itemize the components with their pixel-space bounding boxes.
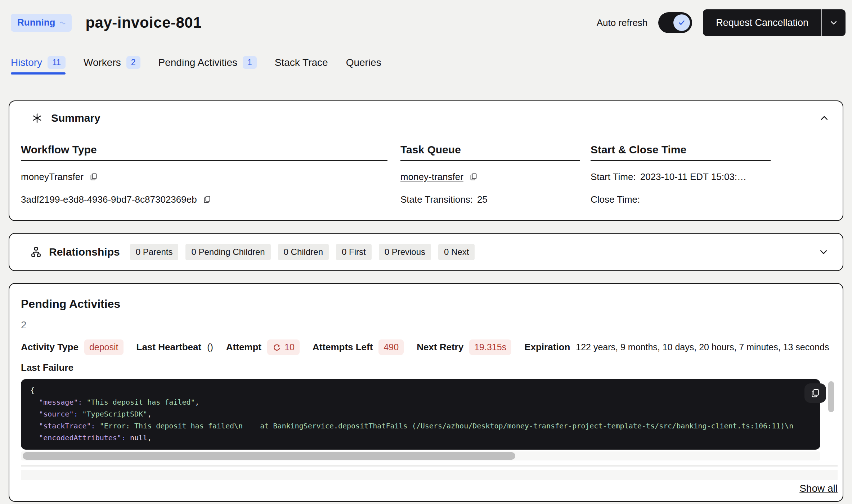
summary-title: Summary bbox=[51, 112, 100, 124]
hierarchy-icon bbox=[30, 246, 42, 258]
request-cancellation-button[interactable]: Request Cancellation bbox=[703, 9, 821, 36]
relationship-chip-0-pending-children: 0 Pending Children bbox=[185, 244, 270, 260]
top-bar: Running pay-invoice-801 Auto refresh Req… bbox=[0, 0, 852, 36]
tab-label: Queries bbox=[346, 57, 381, 68]
show-all-link[interactable]: Show all bbox=[799, 483, 838, 494]
field-value: deposit bbox=[84, 339, 124, 355]
last-failure-label: Last Failure bbox=[21, 362, 838, 373]
run-id-copy-button[interactable] bbox=[203, 195, 211, 204]
relationships-title: Relationships bbox=[49, 246, 120, 258]
task-queue-copy-button[interactable] bbox=[469, 172, 478, 181]
field-attempts-left: Attempts Left490 bbox=[313, 339, 404, 355]
field-label: Next Retry bbox=[417, 342, 463, 353]
failure-code: { "message": "This deposit has failed", … bbox=[21, 379, 820, 450]
page-title: pay-invoice-801 bbox=[85, 14, 202, 31]
field-next-retry: Next Retry19.315s bbox=[417, 339, 511, 355]
tab-bar: History11Workers2Pending Activities1Stac… bbox=[11, 56, 852, 75]
workflow-type-copy-button[interactable] bbox=[89, 172, 98, 181]
start-time-label: Start Time: bbox=[591, 171, 636, 183]
field-value: 122 years, 9 months, 10 days, 20 hours, … bbox=[576, 342, 829, 352]
start-time-value: 2023-10-11 EDT 15:03:… bbox=[640, 171, 746, 183]
relationship-chip-0-parents: 0 Parents bbox=[130, 244, 179, 260]
pending-activities-card: Pending Activities 2 Activity Typedeposi… bbox=[9, 283, 843, 502]
summary-collapse-button[interactable] bbox=[818, 112, 830, 124]
summary-card: Summary Workflow Type moneyTransfer 3adf… bbox=[9, 100, 843, 221]
task-queue-header: Task Queue bbox=[400, 144, 580, 161]
check-icon bbox=[677, 18, 686, 27]
status-badge-label: Running bbox=[17, 17, 55, 28]
field-value: 10 bbox=[267, 339, 300, 355]
tab-pending-activities[interactable]: Pending Activities1 bbox=[158, 56, 257, 75]
retry-icon bbox=[272, 343, 282, 352]
chevron-down-icon bbox=[817, 246, 830, 258]
close-time-label: Close Time: bbox=[591, 194, 640, 205]
pending-fields-row: Activity TypedepositLast Heartbeat()Atte… bbox=[21, 339, 835, 355]
pending-row-stripe bbox=[21, 470, 838, 480]
chevron-down-icon bbox=[828, 17, 839, 28]
tab-count-badge: 1 bbox=[243, 56, 257, 69]
vertical-scrollbar-thumb[interactable] bbox=[828, 381, 834, 412]
status-badge: Running bbox=[11, 14, 72, 32]
relationships-expand-button[interactable] bbox=[817, 246, 830, 258]
summary-columns: Workflow Type moneyTransfer 3adf2199-e3d… bbox=[9, 124, 843, 206]
task-queue-link[interactable]: money-transfer bbox=[400, 171, 463, 183]
pending-activities-count: 2 bbox=[21, 319, 838, 331]
field-label: Expiration bbox=[524, 342, 570, 353]
top-bar-actions: Auto refresh Request Cancellation bbox=[597, 9, 846, 36]
field-label: Attempts Left bbox=[313, 342, 373, 353]
chevron-up-icon bbox=[818, 112, 830, 124]
task-queue-column: Task Queue money-transfer State Transiti… bbox=[400, 144, 580, 206]
tab-queries[interactable]: Queries bbox=[346, 57, 381, 74]
state-transitions-value: 25 bbox=[477, 194, 488, 205]
pending-activities-title: Pending Activities bbox=[21, 297, 838, 311]
failure-copy-button[interactable] bbox=[804, 383, 826, 403]
tab-label: Stack Trace bbox=[275, 57, 328, 68]
state-transitions-label: State Transitions: bbox=[400, 194, 473, 205]
tab-history[interactable]: History11 bbox=[11, 56, 66, 75]
cancellation-menu-button[interactable] bbox=[822, 9, 846, 36]
tab-count-badge: 2 bbox=[126, 56, 140, 69]
horizontal-scrollbar-track bbox=[21, 451, 820, 460]
show-all-row: Show all bbox=[21, 483, 838, 494]
tab-workers[interactable]: Workers2 bbox=[84, 56, 140, 75]
field-activity-type: Activity Typedeposit bbox=[21, 339, 124, 355]
field-last-heartbeat: Last Heartbeat() bbox=[136, 342, 213, 353]
field-value: 19.315s bbox=[469, 339, 511, 355]
time-header: Start & Close Time bbox=[591, 144, 771, 161]
tab-count-badge: 11 bbox=[48, 56, 66, 69]
field-label: Activity Type bbox=[21, 342, 79, 353]
workflow-type-value: moneyTransfer bbox=[21, 171, 84, 183]
pending-row-divider bbox=[21, 465, 838, 467]
run-id-value: 3adf2199-e3d8-4936-9bd7-8c87302369eb bbox=[21, 194, 197, 205]
auto-refresh-toggle[interactable] bbox=[658, 12, 692, 33]
copy-icon bbox=[810, 388, 820, 398]
tab-label: Pending Activities bbox=[158, 57, 237, 68]
cancellation-split-button: Request Cancellation bbox=[703, 9, 846, 36]
field-value: 490 bbox=[378, 339, 404, 355]
relationship-chip-0-first: 0 First bbox=[336, 244, 372, 260]
relationships-card[interactable]: Relationships 0 Parents0 Pending Childre… bbox=[9, 233, 843, 271]
tab-label: History bbox=[11, 57, 42, 68]
relationship-chip-0-next: 0 Next bbox=[438, 244, 475, 260]
field-attempt: Attempt10 bbox=[226, 339, 300, 355]
relationship-badges: 0 Parents0 Pending Children0 Children0 F… bbox=[130, 244, 475, 260]
workflow-type-header: Workflow Type bbox=[21, 144, 387, 161]
tab-stack-trace[interactable]: Stack Trace bbox=[275, 57, 328, 74]
time-column: Start & Close Time Start Time: 2023-10-1… bbox=[591, 144, 771, 206]
tab-label: Workers bbox=[84, 57, 121, 68]
field-label: Last Heartbeat bbox=[136, 342, 202, 353]
last-failure-code-area: { "message": "This deposit has failed", … bbox=[21, 379, 820, 450]
asterisk-icon bbox=[32, 113, 42, 123]
relationship-chip-0-children: 0 Children bbox=[278, 244, 329, 260]
status-pulse-icon bbox=[59, 21, 66, 25]
field-expiration: Expiration122 years, 9 months, 10 days, … bbox=[524, 342, 829, 353]
toggle-knob bbox=[673, 14, 690, 31]
relationship-chip-0-previous: 0 Previous bbox=[379, 244, 431, 260]
summary-header: Summary bbox=[9, 101, 843, 124]
field-value: () bbox=[207, 342, 213, 352]
horizontal-scrollbar-thumb[interactable] bbox=[23, 452, 515, 460]
workflow-type-column: Workflow Type moneyTransfer 3adf2199-e3d… bbox=[21, 144, 387, 206]
auto-refresh-label: Auto refresh bbox=[597, 17, 648, 28]
field-label: Attempt bbox=[226, 342, 261, 353]
